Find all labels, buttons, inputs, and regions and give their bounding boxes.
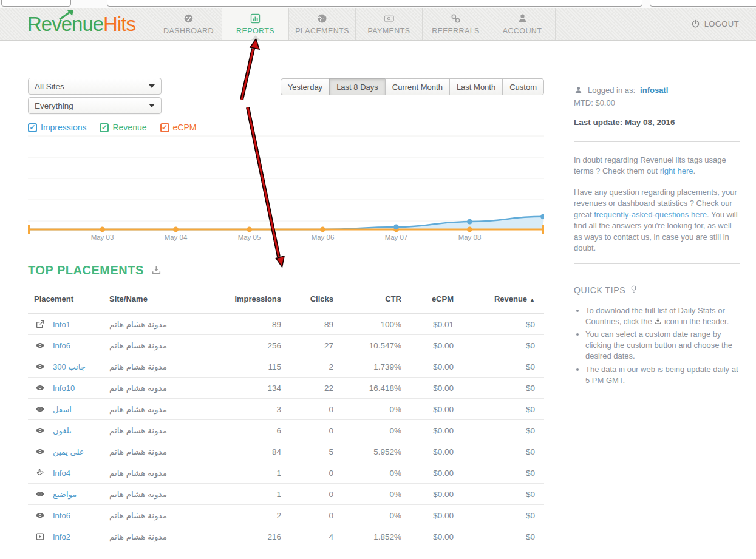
divider <box>574 402 740 402</box>
table-row: Info6مدونة هشام هاتم200%$0.00$0 <box>28 505 544 526</box>
quick-tips-title: QUICK TIPS <box>574 285 740 296</box>
ctr-cell: 100% <box>333 313 401 335</box>
caret-down-icon <box>149 84 155 88</box>
date-range-last-8-days[interactable]: Last 8 Days <box>329 78 386 95</box>
placement-cell-inner: تلفون <box>35 425 109 435</box>
placement-link[interactable]: اسفل <box>53 405 72 414</box>
table-row: على يمينمدونة هشام هاتم8455.952%$0.00$0 <box>28 441 544 462</box>
main-content: All Sites Everything YesterdayLast 8 Day… <box>28 41 544 547</box>
placement-link[interactable]: Info10 <box>53 384 75 393</box>
date-range-current-month[interactable]: Current Month <box>385 78 450 95</box>
download-icon[interactable] <box>151 265 162 276</box>
reports-icon <box>250 13 261 24</box>
table-row: Info4مدونة هشام هاتم100%$0.00$0 <box>28 462 544 484</box>
date-range-last-month[interactable]: Last Month <box>449 78 503 95</box>
column-header-placement[interactable]: Placement <box>28 283 109 313</box>
placement-link[interactable]: مواضيع <box>53 490 77 499</box>
revenue-cell: $0 <box>454 505 544 526</box>
ecpm-cell: $0.00 <box>401 356 454 378</box>
impressions-cell: 89 <box>188 313 281 335</box>
site-name-cell: مدونة هشام هاتم <box>109 484 188 505</box>
nav-tabs: DASHBOARDREPORTSPLACEMENTSPAYMENTSREFERR… <box>155 8 556 40</box>
revenuehits-logo[interactable]: RevenueHits <box>0 8 155 40</box>
tab-placements[interactable]: PLACEMENTS <box>288 8 355 40</box>
impressions-cell: 216 <box>188 526 281 547</box>
external-icon[interactable] <box>35 319 45 329</box>
quick-tip-item: The data in our web is being update dail… <box>585 364 740 386</box>
impressions-cell: 84 <box>188 441 281 462</box>
type-select[interactable]: Everything <box>28 97 162 114</box>
site-name-cell: مدونة هشام هاتم <box>109 399 188 420</box>
logout-button[interactable]: LOGOUT <box>691 8 756 40</box>
eye-icon[interactable] <box>35 510 45 520</box>
clicks-cell: 5 <box>281 441 333 462</box>
eye-icon[interactable] <box>35 404 45 414</box>
placement-link[interactable]: Info2 <box>53 532 70 541</box>
impressions-cell: 256 <box>188 335 281 356</box>
placement-cell: على يمين <box>28 441 109 462</box>
caret-down-icon <box>149 104 155 107</box>
active-tab-pointer <box>251 35 261 41</box>
placement-link[interactable]: تلفون <box>53 426 72 435</box>
ecpm-cell: $0.00 <box>401 484 454 505</box>
tab-payments[interactable]: PAYMENTS <box>355 8 422 40</box>
site-name-cell: مدونة هشام هاتم <box>109 313 188 335</box>
tab-label: DASHBOARD <box>163 27 214 35</box>
eye-icon[interactable] <box>35 340 45 350</box>
table-row: Info10مدونة هشام هاتم1342216.418%$0.00$0 <box>28 378 544 399</box>
person-icon <box>517 13 528 24</box>
placement-link[interactable]: Info4 <box>53 469 70 478</box>
placement-link[interactable]: Info6 <box>53 341 70 350</box>
placement-cell: مواضيع <box>28 484 109 505</box>
video-icon[interactable] <box>35 532 45 541</box>
date-range-yesterday[interactable]: Yesterday <box>281 78 330 95</box>
column-header-revenue[interactable]: Revenue▲ <box>454 283 544 313</box>
column-header-impressions[interactable]: Impressions <box>188 283 281 313</box>
revenue-cell: $0 <box>454 313 544 335</box>
quick-tips-label: QUICK TIPS <box>574 285 625 295</box>
eye-icon[interactable] <box>35 425 45 435</box>
impressions-cell: 115 <box>188 356 281 378</box>
legend-revenue-checkbox[interactable]: ✓Revenue <box>100 123 146 132</box>
column-header-ecpm[interactable]: eCPM <box>401 283 454 313</box>
placement-link[interactable]: على يمين <box>53 447 84 456</box>
hand-icon[interactable] <box>35 468 45 478</box>
logo-text: RevenueHits <box>27 13 135 36</box>
eye-icon[interactable] <box>35 362 45 371</box>
placement-link[interactable]: Info6 <box>53 511 70 520</box>
lightbulb-icon <box>629 285 638 296</box>
table-row: اسفلمدونة هشام هاتم300%$0.00$0 <box>28 399 544 420</box>
sites-select[interactable]: All Sites <box>28 78 162 95</box>
legend-label: Revenue <box>112 123 146 132</box>
tab-dashboard[interactable]: DASHBOARD <box>155 8 222 40</box>
placement-link[interactable]: Info1 <box>53 320 70 329</box>
sidebar-link[interactable]: frequently-asked-questions here <box>594 210 707 219</box>
column-header-clicks[interactable]: Clicks <box>281 283 333 313</box>
placement-link[interactable]: 300 جانب <box>53 362 86 371</box>
legend-ecpm-checkbox[interactable]: ✓eCPM <box>160 123 197 132</box>
eye-icon[interactable] <box>35 489 45 499</box>
ctr-cell: 10.547% <box>333 335 401 356</box>
eye-icon[interactable] <box>35 383 45 393</box>
tab-referrals[interactable]: REFERRALS <box>422 8 489 40</box>
browser-chrome-remnant <box>0 0 756 8</box>
revenue-cell: $0 <box>454 420 544 441</box>
legend-impressions-checkbox[interactable]: ✓Impressions <box>28 123 86 132</box>
placements-table-header: PlacementSite/NameImpressionsClicksCTReC… <box>28 283 544 313</box>
tab-account[interactable]: ACCOUNT <box>489 8 556 40</box>
impressions-cell: 134 <box>188 378 281 399</box>
sidebar-link[interactable]: right here <box>660 166 693 175</box>
column-header-ctr[interactable]: CTR <box>333 283 401 313</box>
sites-select-value: All Sites <box>35 82 64 91</box>
revenue-cell: $0 <box>454 462 544 484</box>
ctr-cell: 16.418% <box>333 378 401 399</box>
browser-searchbox-fragment <box>650 0 756 7</box>
logo-arrow-icon <box>56 8 77 21</box>
username-link[interactable]: infosatl <box>640 86 668 95</box>
site-name-cell: مدونة هشام هاتم <box>109 505 188 526</box>
column-header-sitename[interactable]: Site/Name <box>109 283 188 313</box>
eye-icon[interactable] <box>35 447 45 456</box>
date-range-custom[interactable]: Custom <box>502 78 544 95</box>
person-icon <box>574 86 583 95</box>
checkbox-checked-icon: ✓ <box>100 123 109 132</box>
